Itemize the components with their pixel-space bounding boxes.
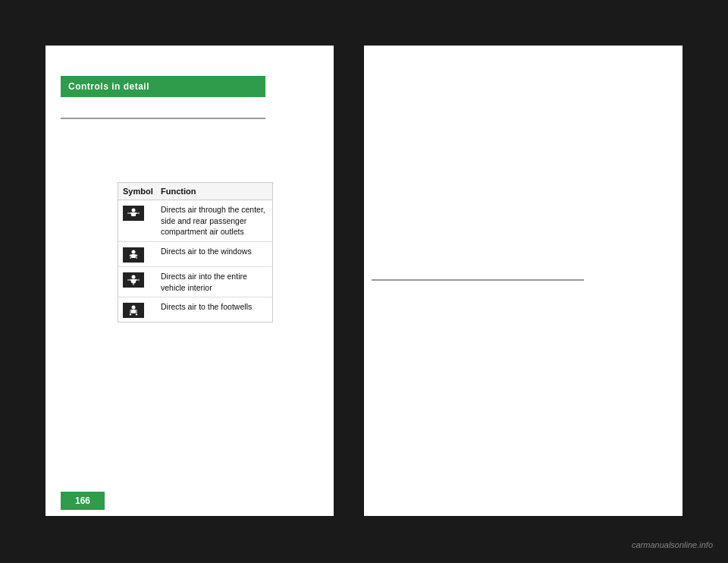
function-text-1: Directs air through the center, side and…	[161, 204, 268, 237]
svg-point-8	[132, 250, 136, 254]
symbol-cell-4	[123, 301, 161, 318]
table-row: Directs air into the entire vehicle inte…	[118, 267, 272, 297]
header-bar: Controls in detail	[61, 76, 265, 97]
airflow-icon-1	[123, 206, 144, 221]
svg-rect-9	[131, 254, 136, 258]
page-number-box: 166	[61, 492, 105, 510]
table-header-row: Symbol Function	[118, 183, 272, 200]
header-title: Controls in detail	[68, 81, 149, 92]
right-rule	[372, 279, 584, 281]
right-page	[364, 46, 682, 516]
col-header-function: Function	[161, 187, 196, 196]
symbol-function-table: Symbol Function	[118, 182, 273, 322]
function-text-3: Directs air into the entire vehicle inte…	[161, 271, 268, 293]
function-text-4: Directs air to the footwells	[161, 301, 252, 313]
page-number: 166	[75, 495, 90, 506]
symbol-cell-2	[123, 246, 161, 263]
symbol-cell-3	[123, 271, 161, 288]
top-rule	[61, 118, 265, 119]
function-text-2: Directs air to the windows	[161, 246, 252, 257]
table-row: Directs air to the windows	[118, 242, 272, 267]
svg-rect-2	[131, 212, 136, 216]
svg-rect-25	[131, 310, 136, 313]
svg-point-1	[132, 209, 136, 212]
airflow-icon-2	[123, 247, 144, 263]
airflow-icon-4	[123, 303, 144, 318]
col-header-symbol: Symbol	[123, 187, 161, 196]
svg-point-24	[132, 306, 136, 310]
symbol-cell-1	[123, 204, 161, 221]
airflow-icon-3	[123, 272, 144, 288]
svg-point-15	[132, 275, 136, 279]
page-container: Controls in detail Symbol Function	[0, 0, 728, 563]
watermark: carmanualsonline.info	[632, 540, 713, 549]
table-row: Directs air to the footwells	[118, 297, 272, 322]
table-row: Directs air through the center, side and…	[118, 200, 272, 242]
